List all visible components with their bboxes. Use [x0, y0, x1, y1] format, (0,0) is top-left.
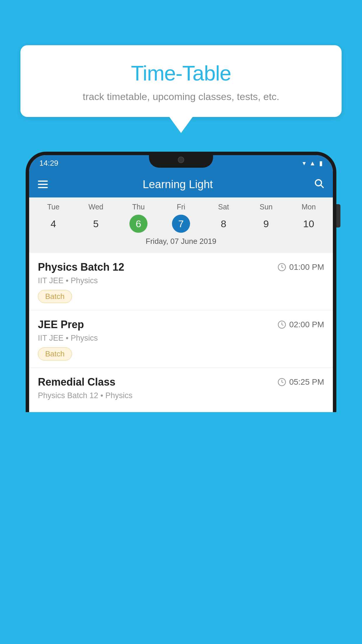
time-text: 02:00 PM — [289, 320, 324, 329]
battery-icon: ▮ — [319, 160, 323, 167]
phone-container: 14:29 ▾ ▲ ▮ Learning Light — [26, 152, 336, 644]
phone-frame: 14:29 ▾ ▲ ▮ Learning Light — [26, 152, 336, 412]
day-name: Thu — [132, 203, 145, 211]
speech-bubble-tail — [169, 117, 193, 133]
day-number: 5 — [87, 215, 105, 233]
speech-bubble: Time-Table track timetable, upcoming cla… — [20, 45, 342, 117]
schedule-item-title: Physics Batch 12 — [38, 261, 124, 273]
svg-line-1 — [321, 185, 323, 187]
schedule-list: Physics Batch 1201:00 PMIIT JEE • Physic… — [29, 253, 333, 412]
hamburger-menu-button[interactable] — [38, 181, 48, 188]
hamburger-line-1 — [38, 181, 48, 182]
speech-bubble-container: Time-Table track timetable, upcoming cla… — [20, 45, 342, 133]
schedule-item-title: JEE Prep — [38, 318, 84, 331]
day-number: 8 — [215, 215, 233, 233]
day-name: Mon — [302, 203, 316, 211]
hamburger-line-3 — [38, 187, 48, 188]
schedule-item[interactable]: Physics Batch 1201:00 PMIIT JEE • Physic… — [29, 253, 333, 310]
clock-icon — [277, 378, 286, 386]
time-text: 05:25 PM — [289, 377, 324, 387]
batch-tag: Batch — [38, 290, 72, 303]
schedule-item[interactable]: JEE Prep02:00 PMIIT JEE • PhysicsBatch — [29, 310, 333, 368]
speech-bubble-title: Time-Table — [38, 61, 324, 85]
day-col[interactable]: Mon10 — [297, 203, 320, 233]
batch-tag: Batch — [38, 347, 72, 360]
time-text: 01:00 PM — [289, 262, 324, 272]
schedule-item-subtitle: IIT JEE • Physics — [38, 276, 324, 285]
day-name: Wed — [89, 203, 103, 211]
day-number: 7 — [172, 215, 190, 233]
selected-date-label: Friday, 07 June 2019 — [29, 233, 333, 251]
clock-icon — [277, 320, 286, 329]
app-bar: Learning Light — [29, 171, 333, 197]
day-name: Sun — [260, 203, 273, 211]
day-name: Tue — [47, 203, 59, 211]
phone-notch — [149, 152, 213, 168]
clock-icon — [277, 263, 286, 272]
status-icons: ▾ ▲ ▮ — [303, 160, 323, 167]
schedule-item-header: Physics Batch 1201:00 PM — [38, 261, 324, 273]
schedule-item[interactable]: Remedial Class05:25 PMPhysics Batch 12 •… — [29, 368, 333, 412]
schedule-item-time: 05:25 PM — [277, 377, 324, 387]
search-button[interactable] — [314, 178, 324, 191]
day-col[interactable]: Tue4 — [42, 203, 65, 233]
status-time: 14:29 — [39, 159, 58, 168]
schedule-item-title: Remedial Class — [38, 376, 115, 388]
schedule-item-time: 02:00 PM — [277, 320, 324, 329]
phone-side-button — [336, 204, 340, 228]
schedule-item-time: 01:00 PM — [277, 262, 324, 272]
day-col[interactable]: Sat8 — [212, 203, 235, 233]
day-number: 9 — [257, 215, 275, 233]
schedule-item-subtitle: IIT JEE • Physics — [38, 334, 324, 343]
day-number: 6 — [129, 215, 147, 233]
day-number: 10 — [300, 215, 318, 233]
day-col[interactable]: Fri7 — [169, 203, 193, 233]
day-number: 4 — [44, 215, 62, 233]
schedule-item-header: JEE Prep02:00 PM — [38, 318, 324, 331]
day-name: Sat — [218, 203, 229, 211]
day-col[interactable]: Thu6 — [127, 203, 150, 233]
phone-camera — [178, 157, 184, 163]
calendar-header: Tue4Wed5Thu6Fri7Sat8Sun9Mon10 Friday, 07… — [29, 197, 333, 253]
speech-bubble-subtitle: track timetable, upcoming classes, tests… — [38, 91, 324, 102]
wifi-icon: ▾ — [303, 160, 306, 167]
signal-icon: ▲ — [309, 160, 316, 167]
phone-screen: 14:29 ▾ ▲ ▮ Learning Light — [29, 155, 333, 412]
hamburger-line-2 — [38, 184, 48, 185]
app-title: Learning Light — [48, 178, 308, 191]
days-row: Tue4Wed5Thu6Fri7Sat8Sun9Mon10 — [29, 203, 333, 233]
day-col[interactable]: Wed5 — [84, 203, 108, 233]
schedule-item-header: Remedial Class05:25 PM — [38, 376, 324, 388]
day-col[interactable]: Sun9 — [254, 203, 278, 233]
schedule-item-subtitle: Physics Batch 12 • Physics — [38, 391, 324, 400]
day-name: Fri — [177, 203, 185, 211]
